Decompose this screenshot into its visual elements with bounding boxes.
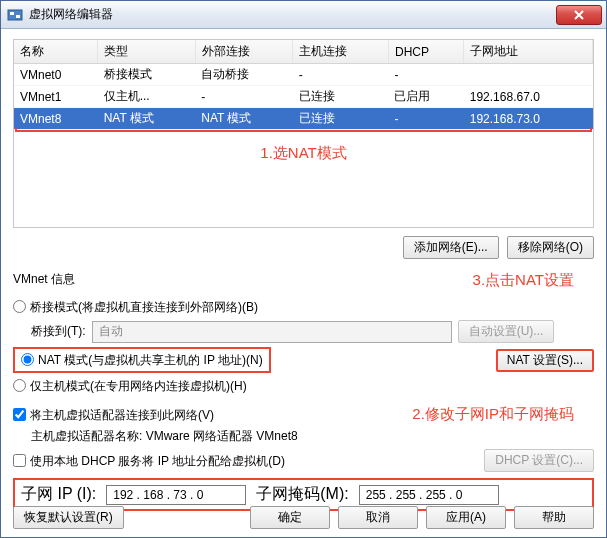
table-row-selected[interactable]: VMnet8 NAT 模式 NAT 模式 已连接 - 192.168.73.0 — [14, 108, 593, 130]
annotation-3: 3.点击NAT设置 — [473, 271, 574, 290]
titlebar: 虚拟网络编辑器 — [1, 1, 606, 29]
content: 名称 类型 外部连接 主机连接 DHCP 子网地址 VMnet0 桥接模式 自动… — [1, 29, 606, 519]
dhcp-checkbox[interactable] — [13, 454, 26, 467]
help-button[interactable]: 帮助 — [514, 506, 594, 529]
hostonly-radio[interactable] — [13, 379, 26, 392]
dhcp-checkbox-label[interactable]: 使用本地 DHCP 服务将 IP 地址分配给虚拟机(D) — [13, 452, 285, 470]
subnet-mask-label: 子网掩码(M): — [256, 484, 348, 505]
subnet-mask-field[interactable]: 255 . 255 . 255 . 0 — [359, 485, 499, 505]
nat-row: NAT 模式(与虚拟机共享主机的 IP 地址)(N) NAT 设置(S)... — [13, 347, 594, 373]
window-title: 虚拟网络编辑器 — [29, 6, 113, 23]
col-dhcp[interactable]: DHCP — [388, 40, 463, 64]
table-row[interactable]: VMnet0 桥接模式 自动桥接 - - — [14, 64, 593, 86]
table-row[interactable]: VMnet1 仅主机... - 已连接 已启用 192.168.67.0 — [14, 86, 593, 108]
svg-rect-1 — [10, 12, 14, 15]
col-name[interactable]: 名称 — [14, 40, 98, 64]
hostonly-row: 仅主机模式(在专用网络内连接虚拟机)(H) — [13, 377, 594, 395]
close-button[interactable] — [556, 5, 602, 25]
dhcp-row: 使用本地 DHCP 服务将 IP 地址分配给虚拟机(D) DHCP 设置(C).… — [13, 449, 594, 472]
window: 虚拟网络编辑器 名称 类型 外部连接 主机连接 DHCP 子网地址 — [0, 0, 607, 538]
add-network-button[interactable]: 添加网络(E)... — [403, 236, 499, 259]
bridge-to-dropdown — [92, 321, 452, 343]
col-type[interactable]: 类型 — [98, 40, 196, 64]
ok-button[interactable]: 确定 — [250, 506, 330, 529]
subnet-ip-label: 子网 IP (I): — [21, 484, 96, 505]
apply-button[interactable]: 应用(A) — [426, 506, 506, 529]
bridge-to-row: 桥接到(T): 自动设置(U)... — [31, 320, 594, 343]
bridged-row: 桥接模式(将虚拟机直接连接到外部网络)(B) — [13, 298, 594, 316]
network-table[interactable]: 名称 类型 外部连接 主机连接 DHCP 子网地址 VMnet0 桥接模式 自动… — [14, 40, 593, 130]
col-host[interactable]: 主机连接 — [293, 40, 389, 64]
bridged-radio-label[interactable]: 桥接模式(将虚拟机直接连接到外部网络)(B) — [13, 298, 258, 316]
network-buttons: 添加网络(E)... 移除网络(O) — [13, 236, 594, 259]
adapter-name-row: 主机虚拟适配器名称: VMware 网络适配器 VMnet8 — [31, 428, 594, 445]
bridged-radio[interactable] — [13, 300, 26, 313]
dhcp-settings-button: DHCP 设置(C)... — [484, 449, 594, 472]
annotation-1: 1.选NAT模式 — [14, 132, 593, 167]
subnet-ip-field[interactable]: 192 . 168 . 73 . 0 — [106, 485, 246, 505]
connect-host-checkbox[interactable] — [13, 408, 26, 421]
svg-rect-2 — [16, 15, 20, 18]
cancel-button[interactable]: 取消 — [338, 506, 418, 529]
nat-radio-label[interactable]: NAT 模式(与虚拟机共享主机的 IP 地址)(N) — [13, 347, 271, 373]
col-ext[interactable]: 外部连接 — [195, 40, 293, 64]
restore-defaults-button[interactable]: 恢复默认设置(R) — [13, 506, 124, 529]
hostonly-radio-label[interactable]: 仅主机模式(在专用网络内连接虚拟机)(H) — [13, 377, 247, 395]
vmnet-header: VMnet 信息 3.点击NAT设置 — [13, 267, 594, 294]
network-list: 名称 类型 外部连接 主机连接 DHCP 子网地址 VMnet0 桥接模式 自动… — [13, 39, 594, 228]
connect-host-checkbox-label[interactable]: 将主机虚拟适配器连接到此网络(V) — [13, 406, 214, 424]
nat-radio[interactable] — [21, 353, 34, 366]
connect-host-row: 将主机虚拟适配器连接到此网络(V) 2.修改子网IP和子网掩码 — [13, 405, 594, 424]
annotation-2: 2.修改子网IP和子网掩码 — [412, 405, 574, 424]
bridge-to-label: 桥接到(T): — [31, 323, 86, 340]
bottom-bar: 恢复默认设置(R) 确定 取消 应用(A) 帮助 — [13, 506, 594, 529]
auto-settings-button: 自动设置(U)... — [458, 320, 555, 343]
remove-network-button[interactable]: 移除网络(O) — [507, 236, 594, 259]
nat-settings-button[interactable]: NAT 设置(S)... — [496, 349, 594, 372]
adapter-name-label: 主机虚拟适配器名称: VMware 网络适配器 VMnet8 — [31, 428, 298, 445]
vmnet-info-label: VMnet 信息 — [13, 271, 75, 288]
app-icon — [7, 7, 23, 23]
col-subnet[interactable]: 子网地址 — [464, 40, 593, 64]
